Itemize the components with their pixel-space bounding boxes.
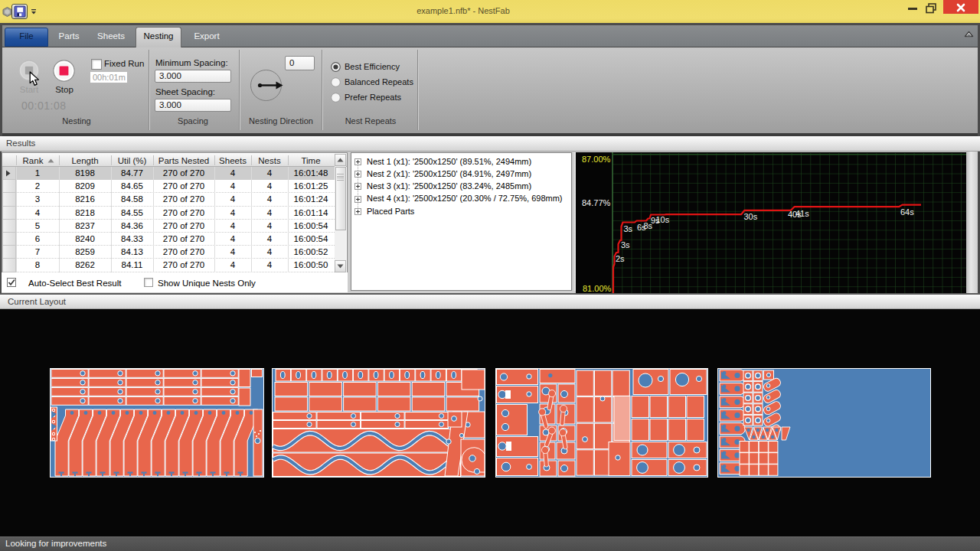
svg-text:84.77%: 84.77% <box>582 198 611 207</box>
svg-text:2s: 2s <box>616 254 625 263</box>
svg-text:30s: 30s <box>744 212 758 221</box>
svg-text:3s: 3s <box>621 240 630 249</box>
svg-text:81.00%: 81.00% <box>583 284 612 293</box>
svg-text:10s: 10s <box>656 215 670 224</box>
svg-text:64s: 64s <box>900 207 914 217</box>
svg-text:41s: 41s <box>795 209 809 218</box>
svg-text:3s: 3s <box>624 224 633 233</box>
svg-text:87.00%: 87.00% <box>582 155 611 164</box>
